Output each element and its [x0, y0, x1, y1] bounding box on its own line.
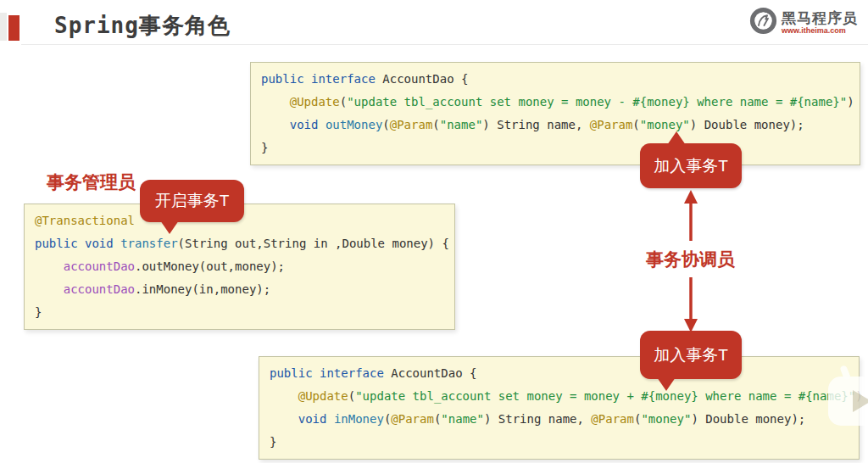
code-block-transfer-service: @Transactionalpublic void transfer(Strin…	[24, 204, 455, 330]
join-transaction-badge-top: 加入事务T	[640, 143, 742, 188]
code-line: }	[270, 431, 849, 454]
code-block-accountdao-inmoney: public interface AccountDao { @Update("u…	[259, 356, 860, 460]
code-line: @Update("update tbl_account set money = …	[261, 91, 849, 114]
code-line: public interface AccountDao {	[261, 68, 849, 91]
code-line: void inMoney(@Param("name") String name,…	[270, 408, 849, 431]
join-transaction-badge-bottom: 加入事务T	[640, 331, 742, 379]
open-transaction-badge-label: 开启事务T	[155, 190, 230, 212]
coordinator-arrows	[674, 187, 708, 343]
code-block-accountdao-outmoney: public interface AccountDao { @Update("u…	[250, 62, 860, 165]
code-line: public void transfer(String out,String i…	[35, 232, 444, 255]
code-line: accountDao.outMoney(out,money);	[35, 255, 444, 278]
page-title: Spring事务角色	[54, 11, 231, 41]
title-accent-bar	[8, 15, 19, 41]
code-line: void outMoney(@Param("name") String name…	[261, 114, 849, 137]
play-tv-watermark-icon	[826, 365, 868, 434]
badge-tail-down	[160, 220, 179, 234]
open-transaction-badge: 开启事务T	[140, 180, 244, 222]
code-line: @Update("update tbl_account set money = …	[270, 385, 849, 408]
transaction-manager-label: 事务管理员	[47, 170, 136, 194]
badge-tail-down	[657, 377, 676, 391]
horse-circle-icon	[749, 7, 777, 38]
code-line: }	[35, 301, 444, 324]
join-transaction-badge-bottom-label: 加入事务T	[654, 344, 728, 366]
itheima-logo: 黑马程序员 www.itheima.com	[749, 7, 858, 38]
logo-site-text: www.itheima.com	[782, 27, 858, 35]
header-divider	[21, 44, 868, 45]
code-line: public interface AccountDao {	[270, 362, 849, 385]
code-line: accountDao.inMoney(in,money);	[35, 278, 444, 301]
code-line: }	[261, 137, 849, 159]
badge-tail-up	[667, 131, 686, 145]
slide-canvas: Spring事务角色 黑马程序员 www.itheima.com public …	[0, 0, 868, 463]
join-transaction-badge-top-label: 加入事务T	[654, 155, 728, 177]
logo-brand-text: 黑马程序员	[782, 11, 858, 25]
header-gray-strip	[0, 13, 7, 41]
